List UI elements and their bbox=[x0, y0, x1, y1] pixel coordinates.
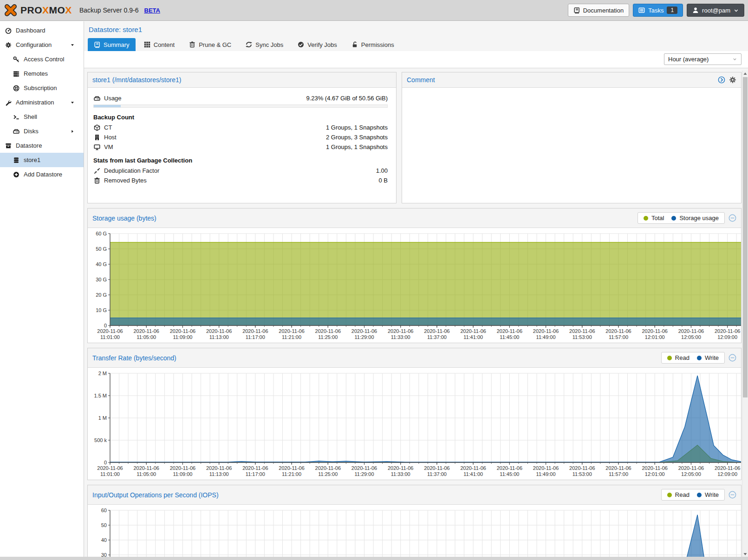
time-period-select[interactable]: Hour (average) bbox=[664, 53, 741, 65]
svg-text:2020-11-06: 2020-11-06 bbox=[206, 465, 232, 471]
svg-text:2020-11-06: 2020-11-06 bbox=[678, 465, 704, 471]
chevron-circle-right-icon[interactable] bbox=[718, 76, 725, 84]
sidebar-item-add-datastore[interactable]: Add Datastore bbox=[0, 167, 84, 182]
sidebar-item-administration[interactable]: Administration bbox=[0, 95, 84, 110]
tab-prune-gc[interactable]: Prune & GC bbox=[183, 38, 237, 51]
archive-icon bbox=[5, 143, 12, 149]
svg-text:11:29:00: 11:29:00 bbox=[355, 471, 374, 477]
collapse-minus-circle-icon[interactable] bbox=[728, 491, 736, 499]
usage-progress-bar bbox=[93, 104, 388, 108]
brand-name: PROXMOX bbox=[20, 5, 72, 16]
svg-text:11:57:00: 11:57:00 bbox=[609, 334, 628, 340]
transfer-rate-chart-title: Transfer Rate (bytes/second) bbox=[92, 354, 176, 362]
svg-text:2020-11-06: 2020-11-06 bbox=[424, 465, 449, 471]
usage-progress-fill bbox=[94, 105, 121, 107]
expander-right-icon[interactable] bbox=[69, 129, 76, 134]
svg-text:11:13:00: 11:13:00 bbox=[209, 334, 229, 340]
tab-permissions[interactable]: Permissions bbox=[345, 38, 400, 51]
tab-summary[interactable]: Summary bbox=[88, 38, 136, 51]
server-icon bbox=[13, 71, 20, 77]
svg-text:12:05:00: 12:05:00 bbox=[681, 334, 701, 340]
transfer-rate-chart-panel: Transfer Rate (bytes/second) Read Write … bbox=[87, 348, 741, 480]
beta-link[interactable]: BETA bbox=[144, 7, 160, 14]
datastore-summary-title: store1 (/mnt/datastores/store1) bbox=[92, 76, 181, 84]
svg-text:11:29:00: 11:29:00 bbox=[355, 334, 374, 340]
svg-text:0: 0 bbox=[104, 460, 107, 465]
sidebar-item-label: Shell bbox=[24, 113, 37, 120]
sidebar-item-store1[interactable]: store1 bbox=[0, 153, 84, 167]
svg-text:10 G: 10 G bbox=[96, 307, 107, 313]
tab-sync-jobs[interactable]: Sync Jobs bbox=[240, 38, 289, 51]
scroll-down-arrow-icon[interactable] bbox=[742, 551, 748, 557]
transfer-rate-chart: 2020-11-0611:01:002020-11-0611:05:002020… bbox=[88, 369, 741, 480]
select-chevron-icon bbox=[732, 57, 737, 62]
expander-down-icon[interactable] bbox=[69, 43, 76, 47]
tab-verify-jobs[interactable]: Verify Jobs bbox=[292, 38, 343, 51]
sidebar-item-shell[interactable]: Shell bbox=[0, 110, 84, 124]
svg-text:11:53:00: 11:53:00 bbox=[572, 334, 592, 340]
svg-text:12:01:00: 12:01:00 bbox=[645, 471, 665, 477]
svg-text:11:09:00: 11:09:00 bbox=[173, 334, 192, 340]
transfer-rate-chart-header: Transfer Rate (bytes/second) Read Write bbox=[88, 348, 741, 368]
svg-text:60 G: 60 G bbox=[96, 231, 107, 236]
hdd-icon bbox=[93, 95, 100, 102]
sidebar-item-label: Add Datastore bbox=[24, 171, 62, 178]
hdd-icon bbox=[13, 128, 20, 135]
svg-text:2020-11-06: 2020-11-06 bbox=[424, 328, 449, 334]
content-area: store1 (/mnt/datastores/store1) Usage 9.… bbox=[84, 68, 748, 560]
svg-text:11:41:00: 11:41:00 bbox=[463, 471, 483, 477]
bottom-edge-strip bbox=[0, 557, 748, 560]
chevron-down-icon bbox=[734, 8, 739, 13]
sidebar-item-remotes[interactable]: Remotes bbox=[0, 66, 84, 81]
gears-icon bbox=[5, 42, 12, 48]
svg-text:2020-11-06: 2020-11-06 bbox=[497, 465, 522, 471]
svg-text:11:21:00: 11:21:00 bbox=[282, 334, 301, 340]
scrollbar-thumb[interactable] bbox=[743, 77, 748, 397]
sidebar-item-subscription[interactable]: Subscription bbox=[0, 81, 84, 95]
svg-text:2020-11-06: 2020-11-06 bbox=[279, 328, 304, 334]
svg-text:11:49:00: 11:49:00 bbox=[536, 471, 556, 477]
expander-down-icon[interactable] bbox=[69, 100, 76, 105]
documentation-button[interactable]: Documentation bbox=[568, 4, 629, 17]
legend-item-write: Write bbox=[697, 491, 719, 498]
sidebar-item-configuration[interactable]: Configuration bbox=[0, 38, 84, 52]
svg-text:2020-11-06: 2020-11-06 bbox=[206, 328, 232, 334]
backup-count-row-host: Host 2 Groups, 3 Snapshots bbox=[93, 132, 388, 142]
sidebar-item-dashboard[interactable]: Dashboard bbox=[0, 23, 84, 38]
scroll-up-arrow-icon[interactable] bbox=[742, 71, 748, 77]
sidebar-item-datastore[interactable]: Datastore bbox=[0, 138, 84, 153]
svg-text:2020-11-06: 2020-11-06 bbox=[497, 328, 522, 334]
svg-text:11:33:00: 11:33:00 bbox=[391, 471, 410, 477]
dedup-factor-row: Deduplication Factor 1.00 bbox=[93, 166, 388, 176]
iops-chart-header: Input/Output Operations per Second (IOPS… bbox=[88, 485, 741, 505]
unlock-icon bbox=[351, 41, 358, 48]
vertical-scrollbar[interactable] bbox=[742, 71, 748, 557]
comment-panel-body[interactable] bbox=[402, 88, 741, 202]
tasks-button[interactable]: Tasks 1 bbox=[633, 4, 683, 17]
usage-row: Usage 9.23% (4.67 GiB of 50.56 GiB) bbox=[93, 93, 388, 103]
comment-panel: Comment bbox=[402, 72, 741, 203]
svg-text:2020-11-06: 2020-11-06 bbox=[279, 465, 304, 471]
svg-text:0: 0 bbox=[104, 323, 107, 328]
gear-icon[interactable] bbox=[729, 76, 736, 84]
grid-icon bbox=[144, 41, 150, 48]
collapse-minus-circle-icon[interactable] bbox=[728, 354, 736, 362]
collapse-minus-circle-icon[interactable] bbox=[728, 214, 736, 222]
svg-text:2020-11-06: 2020-11-06 bbox=[133, 328, 159, 334]
svg-text:11:49:00: 11:49:00 bbox=[536, 334, 556, 340]
svg-text:11:13:00: 11:13:00 bbox=[209, 471, 229, 477]
svg-text:2020-11-06: 2020-11-06 bbox=[242, 328, 268, 334]
legend-item-read: Read bbox=[667, 491, 689, 498]
user-menu-button[interactable]: root@pam bbox=[687, 4, 744, 17]
svg-text:11:45:00: 11:45:00 bbox=[500, 334, 519, 340]
tab-content[interactable]: Content bbox=[138, 38, 181, 51]
svg-text:2020-11-06: 2020-11-06 bbox=[678, 328, 704, 334]
svg-text:2020-11-06: 2020-11-06 bbox=[97, 465, 123, 471]
svg-text:11:21:00: 11:21:00 bbox=[282, 471, 301, 477]
svg-text:11:05:00: 11:05:00 bbox=[137, 334, 156, 340]
sidebar-item-access-control[interactable]: Access Control bbox=[0, 52, 84, 66]
key-icon bbox=[13, 56, 20, 63]
storage-usage-legend: Total Storage usage bbox=[637, 212, 725, 224]
storage-usage-chart-panel: Storage usage (bytes) Total Storage usag… bbox=[87, 208, 741, 343]
sidebar-item-disks[interactable]: Disks bbox=[0, 124, 84, 138]
